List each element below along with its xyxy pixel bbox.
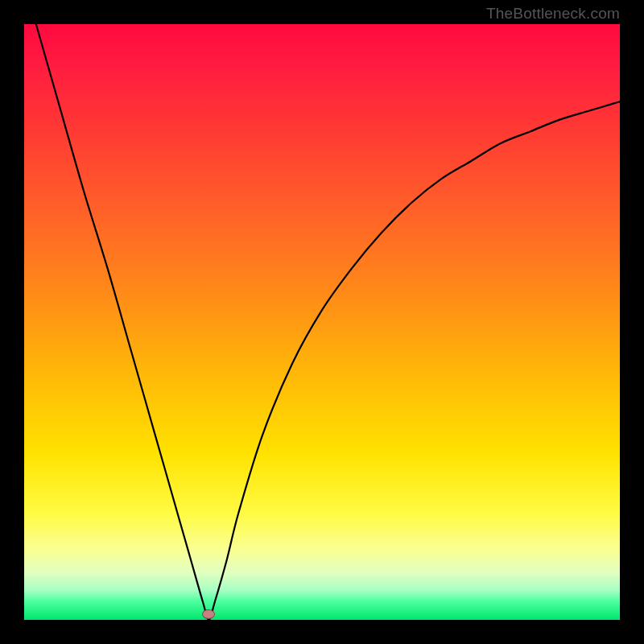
plot-area xyxy=(24,24,620,620)
chart-frame: TheBottleneck.com xyxy=(0,0,644,644)
watermark-label: TheBottleneck.com xyxy=(486,5,620,23)
curve-svg xyxy=(24,24,620,620)
v-curve-line xyxy=(36,24,620,620)
minimum-marker xyxy=(202,609,215,619)
